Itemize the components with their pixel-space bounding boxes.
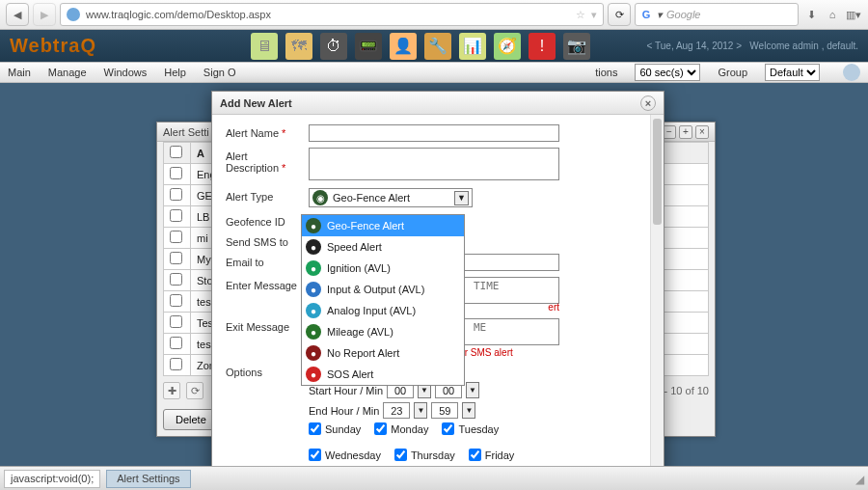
avatar[interactable]: [843, 64, 860, 81]
day-friday[interactable]: Friday: [469, 449, 515, 461]
search-dropdown-icon[interactable]: ▾: [657, 9, 663, 21]
i-analog-icon: ●: [306, 303, 321, 318]
dropdown-item[interactable]: ●Speed Alert: [302, 236, 464, 258]
tool-icon-6[interactable]: 🔧: [424, 33, 451, 60]
alert-desc-input[interactable]: [309, 148, 559, 180]
back-button[interactable]: ◀: [6, 3, 29, 26]
start-min-spinner[interactable]: ▼: [466, 382, 479, 398]
modal-titlebar[interactable]: Add New Alert ×: [212, 92, 664, 115]
add-alert-modal: Add New Alert × Alert Name * Alert Descr…: [211, 91, 665, 466]
group-select[interactable]: Default: [765, 64, 820, 81]
day-checkbox[interactable]: [469, 449, 481, 461]
tool-icon-2[interactable]: 🗺: [285, 33, 312, 60]
row-checkbox[interactable]: [170, 209, 182, 222]
row-checkbox[interactable]: [170, 273, 182, 286]
status-url: javascript:void(0);: [4, 470, 100, 488]
dropdown-item[interactable]: ●SOS Alert: [302, 364, 464, 385]
dropdown-item[interactable]: ●Mileage (AVL): [302, 321, 464, 342]
menu-signout[interactable]: Sign O: [203, 67, 236, 78]
modal-scrollbar[interactable]: [650, 115, 664, 466]
day-thursday[interactable]: Thursday: [394, 449, 455, 461]
brand-bar: WebtraQ 🖥 🗺 ⏱ 📟 👤 🔧 📊 🧭 ! 📷 < Tue, Aug 1…: [0, 30, 868, 62]
taskbar-tab-alert-settings[interactable]: Alert Settings: [106, 470, 190, 488]
scrollbar-thumb[interactable]: [653, 119, 662, 225]
tool-icon-5[interactable]: 👤: [390, 33, 417, 60]
menu-help[interactable]: Help: [164, 67, 186, 78]
row-checkbox[interactable]: [170, 337, 182, 349]
menu-windows[interactable]: Windows: [104, 67, 148, 78]
end-hour-spinner[interactable]: ▼: [414, 402, 427, 419]
tool-icon-1[interactable]: 🖥: [251, 33, 278, 60]
i-sos-icon: ●: [306, 367, 321, 382]
dropdown-icon[interactable]: ▾: [591, 9, 597, 21]
end-min[interactable]: 59: [431, 402, 458, 419]
forward-button[interactable]: ▶: [33, 3, 56, 26]
date-text: < Tue, Aug 14, 2012 >: [647, 41, 742, 51]
menu-manage[interactable]: Manage: [48, 67, 87, 78]
brand-logo: WebtraQ: [10, 35, 96, 57]
tool-icon-3[interactable]: ⏱: [320, 33, 347, 60]
day-checkbox[interactable]: [309, 449, 321, 461]
select-all-checkbox[interactable]: [170, 146, 182, 158]
lbl-alert-desc: Alert Description: [226, 150, 279, 174]
dropdown-item[interactable]: ●Ignition (AVL): [302, 258, 464, 279]
enter-hint: ert: [548, 302, 559, 313]
row-checkbox[interactable]: [170, 358, 182, 370]
app-area: WebtraQ 🖥 🗺 ⏱ 📟 👤 🔧 📊 🧭 ! 📷 < Tue, Aug 1…: [0, 30, 868, 466]
chevron-down-icon[interactable]: ▼: [454, 191, 469, 205]
row-checkbox[interactable]: [170, 167, 182, 179]
day-checkbox[interactable]: [374, 422, 387, 435]
alert-type-dropdown[interactable]: ●Geo-Fence Alert●Speed Alert●Ignition (A…: [301, 214, 465, 386]
grid-refresh-icon[interactable]: ⟳: [186, 382, 203, 399]
modal-title: Add New Alert: [220, 97, 292, 109]
reload-button[interactable]: ⟳: [608, 3, 631, 26]
url-bar[interactable]: www.traqlogic.com/demo/Desktop.aspx ☆ ▾: [60, 3, 604, 26]
alert-name-input[interactable]: [309, 124, 559, 142]
firefox-menu-icon[interactable]: ▥▾: [845, 6, 862, 23]
row-checkbox[interactable]: [170, 252, 182, 264]
day-checkbox[interactable]: [394, 449, 407, 461]
tool-icon-4[interactable]: 📟: [355, 33, 382, 60]
end-hour[interactable]: 23: [383, 402, 410, 419]
row-checkbox[interactable]: [170, 294, 182, 307]
browser-search[interactable]: G ▾ Google: [635, 3, 799, 26]
home-icon[interactable]: ⌂: [824, 6, 841, 23]
toolbar-icons: 🖥 🗺 ⏱ 📟 👤 🔧 📊 🧭 ! 📷: [251, 33, 590, 60]
dropdown-item[interactable]: ●Input & Output (AVL): [302, 279, 464, 300]
day-wednesday[interactable]: Wednesday: [309, 449, 381, 461]
window-max-icon[interactable]: +: [679, 125, 692, 139]
combo-value: Geo-Fence Alert: [333, 192, 410, 204]
window-min-icon[interactable]: −: [663, 125, 676, 139]
bookmark-star-icon[interactable]: ☆: [576, 9, 585, 21]
dropdown-item[interactable]: ●No Report Alert: [302, 342, 464, 364]
row-checkbox[interactable]: [170, 188, 182, 201]
resize-grip-icon[interactable]: ◢: [855, 473, 864, 486]
grid-add-icon[interactable]: ✚: [163, 382, 180, 399]
row-checkbox[interactable]: [170, 231, 182, 243]
tool-icon-7[interactable]: 📊: [459, 33, 486, 60]
dropdown-item[interactable]: ●Geo-Fence Alert: [302, 215, 464, 236]
window-close-icon[interactable]: ×: [695, 125, 709, 139]
i-io-icon: ●: [306, 282, 321, 297]
day-tuesday[interactable]: Tuesday: [442, 422, 499, 435]
group-label: Group: [718, 67, 747, 78]
lbl-geofence-id: Geofence ID: [226, 213, 301, 228]
download-icon[interactable]: ⬇: [802, 6, 820, 23]
day-checkbox[interactable]: [309, 422, 321, 435]
dropdown-item[interactable]: ●Analog Input (AVL): [302, 300, 464, 321]
day-sunday[interactable]: Sunday: [309, 422, 361, 435]
day-checkbox[interactable]: [442, 422, 454, 435]
end-min-spinner[interactable]: ▼: [462, 402, 475, 419]
tool-icon-8[interactable]: 🧭: [494, 33, 521, 60]
search-placeholder: Google: [666, 9, 700, 20]
row-checkbox[interactable]: [170, 315, 182, 328]
close-icon[interactable]: ×: [640, 95, 656, 111]
menu-main[interactable]: Main: [8, 67, 31, 78]
tool-icon-9[interactable]: !: [529, 33, 556, 60]
lbl-enter-msg: Enter Message: [226, 277, 301, 291]
tool-icon-10[interactable]: 📷: [563, 33, 590, 60]
day-monday[interactable]: Monday: [374, 422, 428, 435]
dropdown-item-label: Geo-Fence Alert: [327, 220, 404, 231]
alert-type-combo[interactable]: ◉ Geo-Fence Alert ▼: [309, 188, 473, 207]
refresh-interval-select[interactable]: 60 sec(s): [635, 64, 700, 81]
